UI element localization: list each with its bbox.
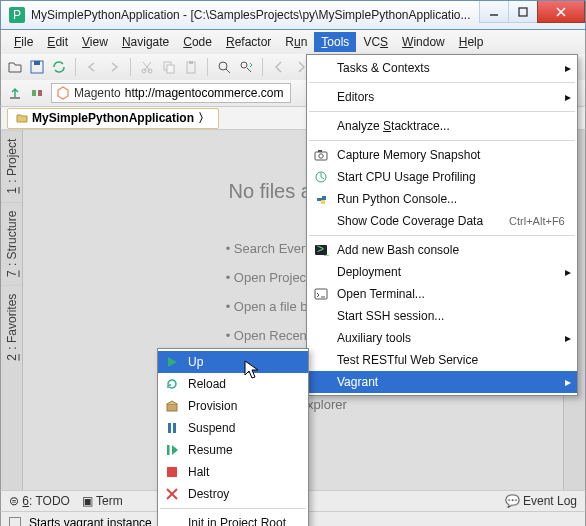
window-title: MySimplePythonApplication - [C:\SamplesP… (31, 8, 480, 22)
vagrant-resume[interactable]: Resume (158, 439, 308, 461)
status-indicator-icon[interactable] (9, 517, 21, 527)
tools-menu: Tasks & Contexts▸ Editors▸ Analyze Stack… (306, 54, 578, 396)
menu-run[interactable]: Run (278, 32, 314, 52)
svg-rect-31 (167, 445, 170, 455)
svg-rect-32 (167, 467, 177, 477)
upload-icon[interactable] (7, 85, 23, 101)
app-icon: P (9, 7, 25, 23)
open-icon[interactable] (7, 59, 23, 75)
menu-separator (309, 140, 575, 141)
url-box[interactable]: Magento (51, 83, 291, 103)
tools-stacktrace[interactable]: Analyze Stacktrace... (307, 115, 577, 137)
terminal-icon: >_ (313, 242, 329, 258)
tools-vagrant[interactable]: Vagrant▸ (307, 371, 577, 393)
tools-bash[interactable]: >_Add new Bash console (307, 239, 577, 261)
vagrant-up[interactable]: Up (158, 351, 308, 373)
terminal-icon (313, 286, 329, 302)
vagrant-reload[interactable]: Reload (158, 373, 308, 395)
menu-separator (309, 111, 575, 112)
minimize-button[interactable] (479, 1, 509, 23)
menu-tools[interactable]: Tools (314, 32, 356, 52)
stop-icon (164, 464, 180, 480)
maximize-button[interactable] (508, 1, 538, 23)
vagrant-provision[interactable]: Provision (158, 395, 308, 417)
toolbar-separator (130, 58, 131, 76)
url-input[interactable] (125, 86, 286, 100)
svg-rect-17 (10, 97, 20, 99)
svg-rect-11 (167, 65, 174, 73)
reload-icon (164, 376, 180, 392)
menu-help[interactable]: Help (452, 32, 491, 52)
vagrant-init[interactable]: Init in Project Root (158, 512, 308, 526)
svg-rect-13 (189, 61, 193, 64)
toolbar-separator (207, 58, 208, 76)
tools-tasks[interactable]: Tasks & Contexts▸ (307, 57, 577, 79)
close-button[interactable] (537, 1, 585, 23)
tools-rest[interactable]: Test RESTful Web Service (307, 349, 577, 371)
camera-icon (313, 147, 329, 163)
tools-ssh[interactable]: Start SSH session... (307, 305, 577, 327)
menu-navigate[interactable]: Navigate (115, 32, 176, 52)
breadcrumb-project[interactable]: MySimplePythonApplication 〉 (7, 108, 219, 129)
menu-code[interactable]: Code (176, 32, 219, 52)
paste-icon[interactable] (183, 59, 199, 75)
tools-terminal[interactable]: Open Terminal... (307, 283, 577, 305)
sidebar-tab-project[interactable]: 1: Project (1, 130, 22, 202)
svg-rect-18 (32, 90, 36, 96)
tools-pyconsole[interactable]: Run Python Console... (307, 188, 577, 210)
menu-file[interactable]: File (7, 32, 40, 52)
menu-refactor[interactable]: Refactor (219, 32, 278, 52)
svg-point-16 (241, 62, 247, 68)
search-icon[interactable] (216, 59, 232, 75)
copy-icon[interactable] (161, 59, 177, 75)
svg-point-14 (219, 62, 227, 70)
menu-separator (309, 235, 575, 236)
save-icon[interactable] (29, 59, 45, 75)
url-label: Magento (74, 86, 121, 100)
undo-icon[interactable] (84, 59, 100, 75)
vagrant-suspend[interactable]: Suspend (158, 417, 308, 439)
svg-point-21 (319, 154, 323, 158)
redo-icon[interactable] (106, 59, 122, 75)
cut-icon[interactable] (139, 59, 155, 75)
svg-rect-3 (519, 8, 527, 16)
svg-rect-7 (34, 61, 40, 65)
tools-cpuprof[interactable]: Start CPU Usage Profiling (307, 166, 577, 188)
profiler-icon (313, 169, 329, 185)
tools-aux[interactable]: Auxiliary tools▸ (307, 327, 577, 349)
menu-edit[interactable]: Edit (40, 32, 75, 52)
replace-icon[interactable] (238, 59, 254, 75)
tools-memsnap[interactable]: Capture Memory Snapshot (307, 144, 577, 166)
svg-rect-29 (168, 423, 171, 433)
eventlog-tab[interactable]: 💬 Event Log (505, 494, 577, 508)
svg-rect-24 (321, 200, 325, 204)
sidebar-tab-favorites[interactable]: 2: Favorites (1, 285, 22, 369)
tools-coverage[interactable]: Show Code Coverage DataCtrl+Alt+F6 (307, 210, 577, 232)
tools-editors[interactable]: Editors▸ (307, 86, 577, 108)
status-text: Starts vagrant instance (29, 516, 152, 527)
play-icon (164, 354, 180, 370)
destroy-icon (164, 486, 180, 502)
sidebar-left: 1: Project 7: Structure 2: Favorites (1, 130, 23, 490)
chevron-right-icon: 〉 (198, 110, 210, 127)
todo-tab[interactable]: ⊜ 6: TODO (9, 494, 70, 508)
vagrant-halt[interactable]: Halt (158, 461, 308, 483)
vcs-icon[interactable] (29, 85, 45, 101)
terminal-tab[interactable]: ▣ Term (82, 494, 123, 508)
tools-deployment[interactable]: Deployment▸ (307, 261, 577, 283)
back-icon[interactable] (271, 59, 287, 75)
svg-text:>_: >_ (317, 242, 329, 256)
menu-window[interactable]: Window (395, 32, 452, 52)
menubar: File Edit View Navigate Code Refactor Ru… (0, 30, 586, 54)
sync-icon[interactable] (51, 59, 67, 75)
mouse-cursor-icon (244, 360, 260, 380)
menu-vcs[interactable]: VCS (356, 32, 395, 52)
svg-rect-28 (167, 404, 177, 411)
menu-separator (309, 82, 575, 83)
menu-view[interactable]: View (75, 32, 115, 52)
svg-line-15 (226, 69, 230, 73)
sidebar-tab-structure[interactable]: 7: Structure (1, 202, 22, 285)
vagrant-destroy[interactable]: Destroy (158, 483, 308, 505)
folder-icon (16, 112, 28, 124)
menu-separator (160, 508, 306, 509)
